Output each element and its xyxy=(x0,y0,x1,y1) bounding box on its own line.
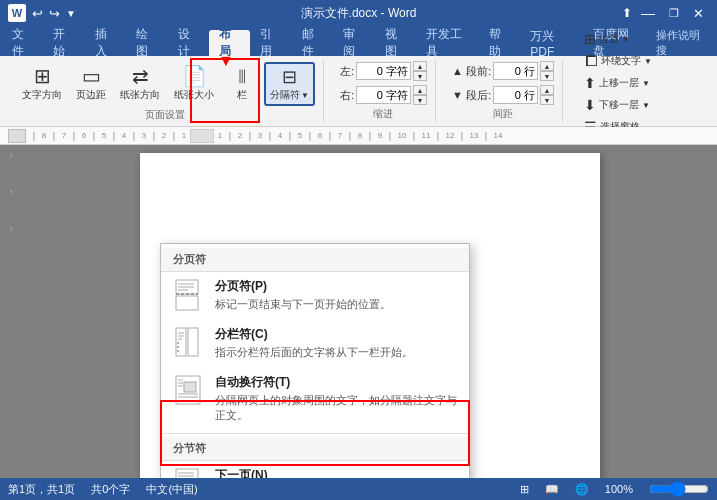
spacing-before-down[interactable] xyxy=(540,71,554,81)
document-area: ↑ ↑ ↑ 分页符 xyxy=(0,145,717,478)
position-button[interactable]: ⊞ 位置 ▼ xyxy=(579,29,635,49)
spacing-after-row: ▼ 段后: xyxy=(452,85,554,105)
breaks-icon: ⊟ xyxy=(282,66,297,88)
lang-display: 中文(中国) xyxy=(146,482,197,497)
next-page-text: 下一页(N) 插入分节符并在下一页上开始新节。 xyxy=(215,467,457,478)
spacing-after-up[interactable] xyxy=(540,85,554,95)
next-page-icon xyxy=(173,467,205,478)
text-direction-button[interactable]: ⊞ 文字方向 xyxy=(16,60,68,106)
orientation-button[interactable]: ⇄ 纸张方向 xyxy=(114,60,166,106)
indent-left-label: 左: xyxy=(340,64,354,79)
tab-wps[interactable]: 万兴PDF xyxy=(520,30,583,56)
indent-left-input[interactable] xyxy=(356,62,411,80)
indent-label: 缩进 xyxy=(373,107,393,121)
text-wrap-icon xyxy=(173,374,205,410)
spacing-after-input[interactable] xyxy=(493,86,538,104)
indent-left-up[interactable] xyxy=(413,61,427,71)
undo-icon[interactable]: ↩ xyxy=(32,6,43,21)
tab-draw[interactable]: 绘图 xyxy=(126,30,167,56)
tab-dev[interactable]: 开发工具 xyxy=(416,30,479,56)
indent-right-up[interactable] xyxy=(413,85,427,95)
column-break-icon xyxy=(173,326,205,362)
minimize-icon[interactable]: — xyxy=(636,5,660,21)
section-separator xyxy=(161,433,469,434)
tab-start[interactable]: 开始 xyxy=(43,30,84,56)
column-break-item[interactable]: 分栏符(C) 指示分栏符后面的文字将从下一栏开始。 xyxy=(161,320,469,368)
margins-icon: ▭ xyxy=(82,64,101,88)
restore-icon[interactable]: ❐ xyxy=(664,7,684,20)
text-wrap-item[interactable]: 自动换行符(T) 分隔网页上的对象周围的文字，如分隔题注文字与正文。 xyxy=(161,368,469,430)
tab-help[interactable]: 帮助 xyxy=(479,30,520,56)
text-direction-icon: ⊞ xyxy=(34,64,51,88)
view-normal-icon[interactable]: ⊞ xyxy=(520,483,529,496)
ruler: | 8 | 7 | 6 | 5 | 4 | 3 | 2 | 1 1 | 2 | xyxy=(0,127,717,145)
svg-rect-19 xyxy=(176,469,198,478)
send-back-button[interactable]: ⬇ 下移一层 ▼ xyxy=(579,95,655,115)
svg-rect-7 xyxy=(188,328,198,356)
bring-forward-icon: ⬆ xyxy=(584,75,596,91)
columns-icon: ⦀ xyxy=(238,65,246,88)
svg-rect-2 xyxy=(176,296,198,310)
paper-size-icon: 📄 xyxy=(182,64,207,88)
view-web-icon[interactable]: 🌐 xyxy=(575,483,589,496)
indent-right-input[interactable] xyxy=(356,86,411,104)
tab-view[interactable]: 视图 xyxy=(375,30,416,56)
zoom-level: 100% xyxy=(605,483,633,495)
indent-right-down[interactable] xyxy=(413,95,427,105)
section-break-title: 分节符 xyxy=(161,437,469,461)
spacing-before-up[interactable] xyxy=(540,61,554,71)
redo-icon[interactable]: ↪ xyxy=(49,6,60,21)
spacing-group: ▲ 段前: ▼ 段后: 间距 xyxy=(444,60,563,122)
page-break-icon xyxy=(173,278,205,314)
close-icon[interactable]: ✕ xyxy=(688,6,709,21)
ribbon-toolbar: ⊞ 文字方向 ▭ 页边距 ⇄ 纸张方向 📄 纸张大小 ⦀ 栏 xyxy=(0,56,717,127)
orientation-icon: ⇄ xyxy=(132,64,149,88)
breaks-button[interactable]: ⊟ 分隔符 ▼ xyxy=(264,62,315,106)
columns-button[interactable]: ⦀ 栏 xyxy=(222,61,262,106)
window-controls: ⬆ — ❐ ✕ xyxy=(622,5,709,21)
spacing-label: 间距 xyxy=(493,107,513,121)
app-icon: W xyxy=(8,4,26,22)
title-bar-left: W ↩ ↪ ▼ xyxy=(8,4,76,22)
tab-mail[interactable]: 邮件 xyxy=(292,30,333,56)
tab-insert[interactable]: 插入 xyxy=(85,30,126,56)
share-icon[interactable]: ⬆ xyxy=(622,6,632,20)
indent-left-down[interactable] xyxy=(413,71,427,81)
title-bar: W ↩ ↪ ▼ 演示文件.docx - Word ⬆ — ❐ ✕ xyxy=(0,0,717,26)
tab-layout[interactable]: 布局 xyxy=(209,30,250,56)
zoom-slider[interactable] xyxy=(649,481,709,497)
indent-right-label: 右: xyxy=(340,88,354,103)
bring-forward-button[interactable]: ⬆ 上移一层 ▼ xyxy=(579,73,655,93)
page-setup-label: 页面设置 xyxy=(145,108,185,122)
spacing-after-label: ▼ 段后: xyxy=(452,88,491,103)
spacing-before-row: ▲ 段前: xyxy=(452,61,554,81)
indent-left-row: 左: xyxy=(340,61,427,81)
paper-size-button[interactable]: 📄 纸张大小 xyxy=(168,60,220,106)
status-bar: 第1页，共1页 共0个字 中文(中国) ⊞ 📖 🌐 100% xyxy=(0,478,717,500)
arrange-group: ⊞ 位置 ▼ ⧠ 环绕文字 ▼ ⬆ 上移一层 ▼ ⬇ 下移一层 ▼ xyxy=(571,60,709,122)
indent-right-row: 右: xyxy=(340,85,427,105)
view-read-icon[interactable]: 📖 xyxy=(545,483,559,496)
send-back-icon: ⬇ xyxy=(584,97,596,113)
wrap-icon: ⧠ xyxy=(584,53,598,69)
margins-button[interactable]: ▭ 页边距 xyxy=(70,60,112,106)
tab-design[interactable]: 设计 xyxy=(168,30,209,56)
tab-review[interactable]: 审阅 xyxy=(333,30,374,56)
wrap-text-button[interactable]: ⧠ 环绕文字 ▼ xyxy=(579,51,657,71)
window-title: 演示文件.docx - Word xyxy=(301,5,417,22)
spacing-before-input[interactable] xyxy=(493,62,538,80)
page-break-text: 分页符(P) 标记一页结束与下一页开始的位置。 xyxy=(215,278,457,312)
svg-rect-13 xyxy=(184,382,196,392)
tab-ref[interactable]: 引用 xyxy=(250,30,291,56)
save-dropdown-icon[interactable]: ▼ xyxy=(66,8,76,19)
page-break-item[interactable]: 分页符(P) 标记一页结束与下一页开始的位置。 xyxy=(161,272,469,320)
spacing-after-down[interactable] xyxy=(540,95,554,105)
spacing-before-label: ▲ 段前: xyxy=(452,64,491,79)
breaks-dropdown: 分页符 分页符(P) 标记一页结束与下一页开始的位置。 xyxy=(160,243,470,478)
text-wrap-text: 自动换行符(T) 分隔网页上的对象周围的文字，如分隔题注文字与正文。 xyxy=(215,374,457,424)
position-icon: ⊞ xyxy=(584,31,596,47)
next-page-item[interactable]: 下一页(N) 插入分节符并在下一页上开始新节。 xyxy=(161,461,469,478)
page-setup-group: ⊞ 文字方向 ▭ 页边距 ⇄ 纸张方向 📄 纸张大小 ⦀ 栏 xyxy=(8,60,324,122)
tab-file[interactable]: 文件 xyxy=(2,30,43,56)
word-count: 共0个字 xyxy=(91,482,130,497)
